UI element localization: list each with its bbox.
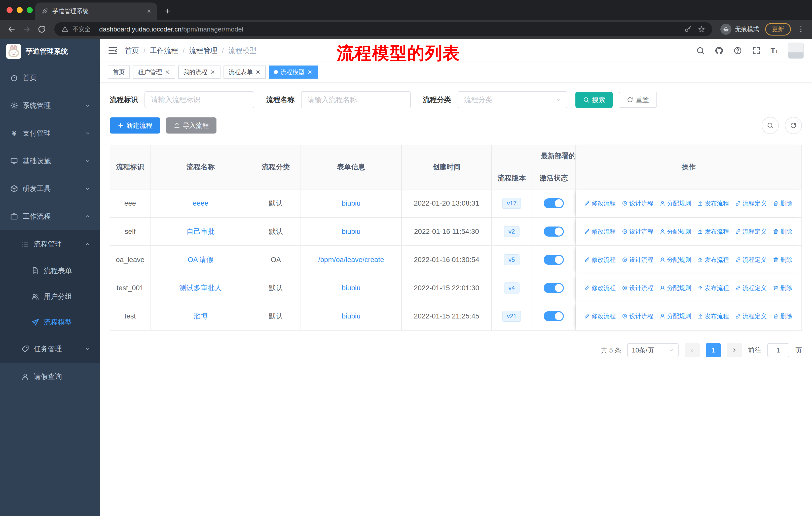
action-delete-link[interactable]: 删除 (773, 312, 792, 320)
action-define-link[interactable]: 流程定义 (735, 256, 767, 264)
github-icon[interactable] (715, 46, 724, 55)
reset-button[interactable]: 重置 (619, 92, 657, 108)
process-name-input[interactable] (301, 91, 411, 108)
star-icon[interactable] (698, 25, 705, 33)
action-define-link[interactable]: 流程定义 (735, 312, 767, 320)
form-info-link[interactable]: biubiu (342, 227, 361, 235)
tag-process-model[interactable]: 流程模型 (269, 65, 318, 79)
process-name-link[interactable]: 测试多审批人 (179, 284, 222, 292)
forward-icon[interactable] (22, 25, 31, 34)
sidebar-item-process-model[interactable]: 流程模型 (0, 309, 100, 335)
action-assign-link[interactable]: 分配规则 (660, 256, 691, 264)
reload-icon[interactable] (37, 25, 46, 34)
action-define-link[interactable]: 流程定义 (735, 199, 767, 207)
action-define-link[interactable]: 流程定义 (735, 284, 767, 292)
sidebar-item-payment[interactable]: ¥ 支付管理 (0, 119, 100, 147)
page-1-button[interactable]: 1 (706, 343, 721, 357)
maximize-window-button[interactable] (27, 7, 33, 13)
action-assign-link[interactable]: 分配规则 (660, 199, 691, 207)
browser-tab[interactable]: 芋道管理系统 (35, 2, 157, 20)
sidebar-item-leave-query[interactable]: 请假查询 (0, 363, 100, 390)
goto-page-input[interactable] (767, 343, 789, 357)
category-select[interactable]: 流程分类 (458, 91, 567, 108)
version-badge[interactable]: v17 (502, 198, 521, 209)
active-toggle[interactable] (544, 198, 564, 208)
action-assign-link[interactable]: 分配规则 (660, 284, 691, 292)
page-size-select[interactable]: 10条/页 (627, 343, 678, 357)
action-publish-link[interactable]: 发布流程 (697, 312, 729, 320)
refresh-table-button[interactable] (785, 117, 802, 134)
font-size-icon[interactable]: TT (771, 46, 778, 55)
form-info-link[interactable]: /bpm/oa/leave/create (318, 256, 384, 264)
close-icon[interactable] (307, 69, 313, 75)
version-badge[interactable]: v21 (502, 311, 521, 322)
user-avatar[interactable] (788, 43, 804, 59)
fullscreen-icon[interactable] (752, 46, 761, 55)
action-edit-link[interactable]: 修改流程 (584, 312, 616, 320)
search-icon[interactable] (696, 46, 705, 55)
action-delete-link[interactable]: 删除 (773, 256, 792, 264)
process-key-input[interactable] (144, 91, 254, 108)
address-bar[interactable]: 不安全 dashboard.yudao.iocoder.cn/bpm/manag… (54, 22, 712, 36)
tag-process-form[interactable]: 流程表单 (224, 65, 266, 79)
active-toggle[interactable] (544, 311, 564, 321)
form-info-link[interactable]: biubiu (342, 312, 361, 320)
version-badge[interactable]: v2 (504, 226, 519, 237)
app-logo[interactable]: 芋道管理系统 (0, 39, 100, 64)
breadcrumb-workflow[interactable]: 工作流程 (150, 46, 178, 55)
process-name-link[interactable]: OA 请假 (188, 256, 214, 264)
version-badge[interactable]: v4 (504, 282, 519, 294)
toggle-search-button[interactable] (762, 117, 779, 134)
update-button[interactable]: 更新 (765, 23, 791, 35)
action-design-link[interactable]: 设计流程 (622, 312, 654, 320)
new-tab-button[interactable] (161, 4, 174, 18)
next-page-button[interactable] (727, 343, 742, 357)
close-window-button[interactable] (6, 7, 12, 13)
sidebar-item-devtools[interactable]: 研发工具 (0, 175, 100, 202)
action-design-link[interactable]: 设计流程 (622, 256, 654, 264)
active-toggle[interactable] (544, 255, 564, 265)
process-name-link[interactable]: 自己审批 (186, 227, 215, 235)
help-icon[interactable] (733, 46, 742, 55)
close-icon[interactable] (255, 69, 261, 75)
process-name-link[interactable]: eeee (193, 199, 208, 207)
create-process-button[interactable]: 新建流程 (110, 117, 160, 134)
action-design-link[interactable]: 设计流程 (622, 284, 654, 292)
sidebar-item-infrastructure[interactable]: 基础设施 (0, 147, 100, 175)
action-design-link[interactable]: 设计流程 (622, 199, 654, 207)
process-name-link[interactable]: 滔博 (194, 312, 208, 320)
sidebar-item-workflow[interactable]: 工作流程 (0, 202, 100, 230)
action-publish-link[interactable]: 发布流程 (697, 227, 729, 236)
action-publish-link[interactable]: 发布流程 (697, 199, 729, 207)
version-badge[interactable]: v5 (504, 254, 519, 265)
active-toggle[interactable] (544, 283, 564, 293)
sidebar-item-home[interactable]: 首页 (0, 64, 100, 92)
action-edit-link[interactable]: 修改流程 (584, 199, 616, 207)
browser-menu-icon[interactable] (797, 25, 805, 33)
form-info-link[interactable]: biubiu (342, 284, 361, 292)
action-design-link[interactable]: 设计流程 (622, 227, 654, 236)
action-edit-link[interactable]: 修改流程 (584, 227, 616, 236)
action-delete-link[interactable]: 删除 (773, 199, 792, 207)
close-icon[interactable] (210, 69, 215, 75)
form-info-link[interactable]: biubiu (342, 199, 361, 207)
minimize-window-button[interactable] (17, 7, 23, 13)
action-delete-link[interactable]: 删除 (773, 284, 792, 292)
action-assign-link[interactable]: 分配规则 (660, 227, 691, 236)
sidebar-item-system[interactable]: 系统管理 (0, 92, 100, 119)
sidebar-item-task-mgmt[interactable]: 任务管理 (0, 335, 100, 363)
import-process-button[interactable]: 导入流程 (166, 117, 216, 134)
active-toggle[interactable] (544, 226, 564, 237)
sidebar-item-process-form[interactable]: 流程表单 (0, 258, 100, 284)
action-define-link[interactable]: 流程定义 (735, 227, 767, 236)
search-button[interactable]: 搜索 (575, 92, 613, 108)
action-publish-link[interactable]: 发布流程 (697, 284, 729, 292)
action-delete-link[interactable]: 删除 (773, 227, 792, 236)
collapse-sidebar-icon[interactable] (108, 46, 118, 56)
action-publish-link[interactable]: 发布流程 (697, 256, 729, 264)
tag-home[interactable]: 首页 (108, 65, 130, 79)
sidebar-item-process-mgmt[interactable]: 流程管理 (0, 230, 100, 258)
prev-page-button[interactable] (685, 343, 700, 357)
back-icon[interactable] (7, 25, 16, 34)
tag-my-process[interactable]: 我的流程 (178, 65, 221, 79)
